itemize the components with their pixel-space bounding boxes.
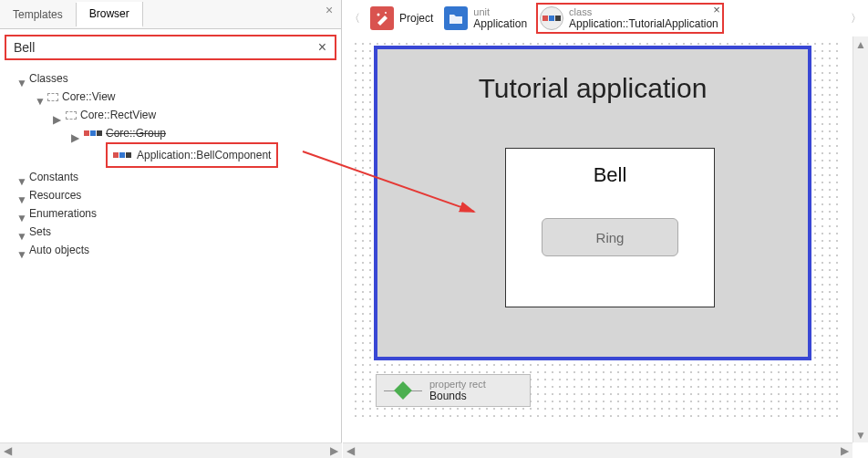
svg-point-0	[377, 14, 380, 16]
breadcrumb: 〈 Project unit Application class Applica…	[343, 0, 868, 36]
crumb-label: Project	[399, 13, 433, 25]
crumb-label: Application::TutorialApplication	[569, 18, 718, 30]
expander-icon[interactable]: ▼	[16, 74, 26, 83]
folder-icon	[444, 6, 468, 30]
close-icon[interactable]: ×	[713, 3, 720, 16]
tree: ▼ Classes ▼ Core::View ▶ Core::RectView …	[0, 66, 341, 259]
project-icon	[370, 6, 394, 30]
left-panel: × Templates Browser × ▼ Classes ▼ Core::…	[0, 0, 342, 458]
expander-icon[interactable]: ▼	[16, 191, 26, 200]
tree-label: Core::View	[62, 88, 115, 106]
tree-label: Auto objects	[29, 241, 89, 259]
clear-search-icon[interactable]: ×	[315, 39, 329, 56]
expander-icon[interactable]: ▼	[16, 245, 26, 255]
tree-label: Classes	[29, 69, 68, 88]
scroll-right-icon[interactable]: ▶	[326, 443, 342, 459]
scroll-left-icon[interactable]: ◀	[343, 443, 358, 459]
tree-auto-objects[interactable]: ▼ Auto objects	[16, 241, 341, 259]
tree-core-rectview[interactable]: ▶ Core::RectView	[53, 106, 341, 124]
crumb-label: Application	[473, 18, 527, 30]
svg-point-1	[385, 12, 387, 14]
class-icon	[47, 93, 58, 101]
tree-label: Resources	[29, 186, 81, 204]
bell-component[interactable]: Bell Ring	[505, 148, 715, 307]
scroll-up-icon[interactable]: ▲	[853, 36, 869, 52]
expander-icon[interactable]: ▼	[35, 92, 44, 101]
search-input[interactable]	[12, 39, 315, 56]
tree-constants[interactable]: ▼ Constants	[16, 168, 341, 186]
bounds-property[interactable]: — — property rect Bounds	[376, 374, 531, 407]
tree-enumerations[interactable]: ▼ Enumerations	[16, 204, 341, 223]
left-h-scrollbar[interactable]: ◀ ▶	[0, 442, 342, 458]
tree-label: Core::RectView	[80, 106, 156, 124]
bell-label: Bell	[594, 163, 627, 187]
ring-button[interactable]: Ring	[542, 218, 678, 256]
expander-icon[interactable]: ▼	[16, 172, 26, 182]
application-frame[interactable]: Tutorial application Bell Ring	[374, 46, 811, 360]
diamond-icon	[394, 381, 412, 400]
group-icon	[84, 130, 102, 136]
tree-core-group[interactable]: ▶ Core::Group	[71, 124, 341, 142]
nav-forward-icon[interactable]: 〉	[844, 6, 868, 30]
tree-sets[interactable]: ▼ Sets	[16, 223, 341, 241]
scroll-track[interactable]	[16, 446, 326, 455]
right-panel: 〈 Project unit Application class Applica…	[343, 0, 868, 458]
scroll-track[interactable]	[358, 446, 837, 455]
tree-label: Application::BellComponent	[137, 146, 271, 164]
tree-label: Core::Group	[106, 124, 166, 142]
tree-classes[interactable]: ▼ Classes	[16, 69, 341, 88]
tab-browser[interactable]: Browser	[77, 2, 143, 27]
search-row: ×	[5, 35, 336, 60]
scroll-down-icon[interactable]: ▼	[853, 427, 869, 442]
tree-resources[interactable]: ▼ Resources	[16, 186, 341, 204]
tab-templates[interactable]: Templates	[0, 3, 77, 26]
component-icon	[113, 152, 131, 158]
expander-icon[interactable]: ▶	[71, 129, 80, 138]
crumb-unit[interactable]: unit Application	[442, 5, 534, 32]
tree-core-view[interactable]: ▼ Core::View	[35, 88, 341, 106]
highlight-frame: Application::BellComponent	[106, 142, 278, 168]
nav-back-icon[interactable]: 〈	[343, 6, 367, 30]
canvas-area[interactable]: Tutorial application Bell Ring — — prope…	[352, 40, 841, 422]
tabs-row: Templates Browser	[0, 0, 341, 29]
crumb-class[interactable]: class Application::TutorialApplication ×	[536, 3, 724, 34]
bounds-label: Bounds	[429, 390, 486, 402]
scroll-right-icon[interactable]: ▶	[837, 443, 852, 459]
expander-spacer	[89, 151, 98, 160]
right-v-scrollbar[interactable]: ▲ ▼	[852, 36, 868, 442]
expander-icon[interactable]: ▼	[16, 209, 26, 218]
tree-bell-component[interactable]: Application::BellComponent	[89, 142, 341, 168]
tree-label: Enumerations	[29, 204, 97, 223]
expander-icon[interactable]: ▼	[16, 227, 26, 236]
canvas-title: Tutorial application	[377, 73, 808, 104]
class-icon	[540, 6, 563, 30]
class-icon	[66, 111, 77, 120]
crumb-project[interactable]: Project	[368, 5, 440, 32]
right-h-scrollbar[interactable]: ◀ ▶	[343, 442, 852, 458]
tree-label: Constants	[29, 168, 78, 186]
tree-label: Sets	[29, 223, 51, 241]
scroll-left-icon[interactable]: ◀	[0, 443, 16, 459]
panel-close-icon[interactable]: ×	[322, 3, 336, 17]
expander-icon[interactable]: ▶	[53, 110, 62, 120]
